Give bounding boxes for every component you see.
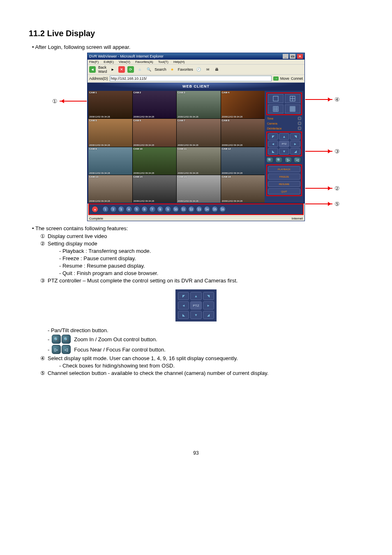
channel-button[interactable]: 14: [204, 206, 210, 213]
forward-icon[interactable]: ►: [109, 66, 116, 73]
camera-cell[interactable]: CAM 92008/12/02 09:34:28: [88, 147, 132, 175]
feature-3: PTZ controller – Must complete the contr…: [48, 278, 238, 284]
menu-favorites[interactable]: Favorites(A): [135, 60, 153, 64]
address-input[interactable]: [110, 76, 272, 81]
ptz-upleft-button[interactable]: ◤: [178, 292, 189, 300]
channel-button[interactable]: 11: [180, 206, 187, 213]
camera-cell[interactable]: CAM 162008/12/02 09:34:28: [221, 175, 265, 203]
menu-help[interactable]: Help(H): [173, 60, 185, 64]
feature-1: Display current live video: [48, 233, 107, 239]
favorites-icon[interactable]: ★: [169, 66, 175, 73]
ptz-upright-button[interactable]: ◥: [203, 292, 214, 300]
focus-near-icon[interactable]: ▷: [285, 157, 292, 163]
zoom-out-icon[interactable]: 🔍: [275, 157, 283, 163]
camera-cell[interactable]: CAM 102008/12/02 09:34:28: [133, 147, 177, 175]
checkbox[interactable]: [298, 127, 301, 130]
ptz-upleft-button[interactable]: ◤: [268, 133, 278, 140]
camera-cell[interactable]: CAM 32008/12/02 09:34:28: [177, 91, 221, 118]
svg-rect-4: [273, 106, 278, 111]
arrow-icon: [305, 151, 332, 152]
checkbox[interactable]: [298, 117, 301, 120]
ptz-zoom-focus-row: 🔍 🔍 ▷ ◁: [266, 157, 302, 163]
checkbox[interactable]: [298, 122, 301, 125]
stop-icon[interactable]: ✕: [118, 66, 125, 73]
focus-far-icon: ◁: [62, 345, 71, 354]
print-icon[interactable]: 🖶: [214, 66, 220, 73]
quit-button[interactable]: QUIT: [268, 188, 300, 194]
search-icon[interactable]: 🔍: [145, 66, 152, 73]
channel-button[interactable]: 8: [157, 206, 164, 213]
callout-2-ref: ②: [40, 240, 48, 247]
split-4-button[interactable]: [285, 94, 300, 103]
resume-button[interactable]: RESUME: [268, 181, 300, 187]
channel-button[interactable]: 5: [134, 206, 140, 213]
camera-cell[interactable]: CAM 12008/12/02 09:34:28: [88, 91, 132, 118]
channel-button[interactable]: 7: [149, 206, 156, 213]
window-buttons[interactable]: _ ▭ ×: [282, 54, 303, 59]
channel-button[interactable]: 4: [126, 206, 132, 213]
home-icon[interactable]: ⌂: [136, 66, 143, 73]
freeze-button[interactable]: FREEZE: [268, 173, 300, 180]
ptz-downright-button[interactable]: ◢: [203, 311, 214, 319]
camera-cell[interactable]: CAM 22008/12/02 09:34:28: [133, 91, 177, 118]
camera-cell[interactable]: CAM 142008/12/02 09:34:28: [133, 175, 177, 203]
close-icon[interactable]: ×: [297, 54, 303, 59]
camera-cell[interactable]: CAM 42008/12/02 09:34:28: [221, 91, 265, 118]
ptz-downright-button[interactable]: ◢: [290, 148, 300, 155]
camera-cell[interactable]: CAM 82008/12/02 09:34:28: [221, 119, 265, 146]
ptz-left-button[interactable]: ◄: [178, 301, 189, 310]
ptz-downleft-button[interactable]: ◣: [268, 148, 278, 155]
mail-icon[interactable]: ✉: [205, 66, 211, 73]
ptz-down-button[interactable]: ▼: [279, 148, 289, 155]
refresh-icon[interactable]: ⟳: [127, 66, 134, 73]
ptz-up-button[interactable]: ▲: [279, 133, 289, 140]
channel-button[interactable]: 2: [110, 206, 117, 213]
focus-far-icon[interactable]: ◁: [294, 157, 301, 163]
channel-button[interactable]: 15: [212, 206, 218, 213]
channel-button[interactable]: 10: [173, 206, 179, 213]
menu-tool[interactable]: Tool(T): [158, 60, 168, 64]
camera-cell[interactable]: CAM 122008/12/02 09:34:28: [221, 147, 265, 175]
back-label: BackWard: [98, 65, 107, 74]
arrow-icon: [60, 101, 87, 102]
go-icon[interactable]: →: [273, 76, 279, 81]
split-mode-group: [266, 92, 302, 115]
callout-2: ②: [334, 185, 340, 192]
split-9-button[interactable]: [268, 104, 284, 113]
ptz-right-button[interactable]: ►: [290, 141, 300, 147]
split-16-button[interactable]: [285, 104, 300, 113]
channel-button[interactable]: 13: [196, 206, 203, 213]
camera-cell[interactable]: CAM 52008/12/02 09:34:28: [88, 119, 132, 146]
back-icon[interactable]: ◄: [89, 66, 96, 73]
menu-view[interactable]: View(V): [119, 60, 130, 64]
channel-button[interactable]: 6: [141, 206, 148, 213]
callout-3-ref: ③: [40, 278, 48, 284]
camera-cell[interactable]: CAM 132008/12/02 09:34:28: [88, 175, 132, 203]
minimize-icon[interactable]: _: [283, 54, 288, 59]
camera-cell[interactable]: CAM 112008/12/02 09:34:28: [177, 147, 221, 175]
playback-button[interactable]: PLAYBACK: [268, 166, 300, 172]
maximize-icon[interactable]: ▭: [290, 54, 295, 59]
ptz-left-button[interactable]: ◄: [268, 141, 278, 147]
ptz-down-button[interactable]: ▼: [190, 311, 201, 319]
ptz-upright-button[interactable]: ◥: [290, 133, 300, 140]
callout-4-ref: ④: [40, 355, 48, 361]
menu-edit[interactable]: Edit(E): [104, 60, 113, 64]
record-icon[interactable]: ●: [92, 206, 98, 213]
channel-button[interactable]: 12: [188, 206, 195, 213]
menu-file[interactable]: File(F): [89, 60, 99, 64]
channel-button[interactable]: 3: [118, 206, 125, 213]
history-icon[interactable]: 🕘: [196, 66, 202, 73]
menu-bar[interactable]: File(F) Edit(E) View(V) Favorites(A) Too…: [88, 60, 304, 64]
channel-button[interactable]: 1: [102, 206, 109, 213]
zoom-in-icon[interactable]: 🔍: [266, 157, 274, 163]
channel-button[interactable]: 9: [165, 206, 171, 213]
camera-cell[interactable]: CAM 152008/12/02 09:34:28: [177, 175, 221, 203]
camera-cell[interactable]: CAM 72008/12/02 09:34:28: [177, 119, 221, 146]
channel-button[interactable]: 16: [219, 206, 226, 213]
ptz-downleft-button[interactable]: ◣: [178, 311, 189, 319]
ptz-up-button[interactable]: ▲: [190, 292, 201, 300]
camera-cell[interactable]: CAM 62008/12/02 09:34:28: [133, 119, 177, 146]
split-1-button[interactable]: [268, 94, 284, 103]
ptz-right-button[interactable]: ►: [203, 301, 214, 310]
